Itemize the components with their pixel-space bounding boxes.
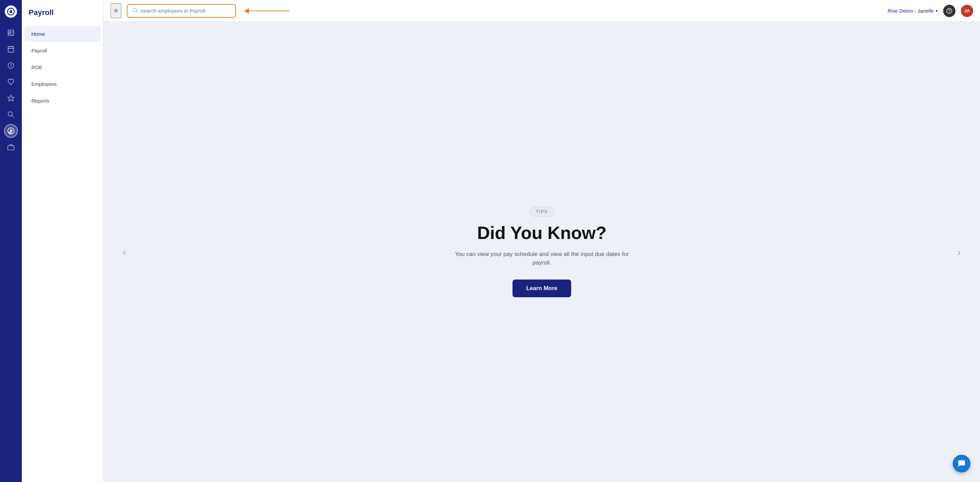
nav-reports[interactable]: Reports [25,93,100,108]
carousel-prev-button[interactable]: ‹ [117,240,132,264]
secondary-sidebar: Payroll Home Payroll ROE Employees Repor… [22,0,103,482]
content-area: ‹ TIPS Did You Know? You can view your p… [103,22,980,482]
svg-point-1 [10,10,12,13]
search-icon [132,8,138,14]
svg-point-3 [9,31,11,33]
learn-more-button[interactable]: Learn More [512,280,571,297]
svg-marker-6 [8,95,14,101]
nav-home[interactable]: Home [25,26,100,41]
workspace-name: Rise Demo - Janelle [888,8,934,14]
nav-employees[interactable]: Employees [25,76,100,92]
clock-nav-icon[interactable] [4,59,18,72]
people-nav-icon[interactable] [4,26,18,40]
topbar-right: Rise Demo - Janelle ▾ JA [888,5,973,17]
tips-content: TIPS Did You Know? You can view your pay… [439,193,644,310]
workspace-selector[interactable]: Rise Demo - Janelle ▾ [888,8,938,14]
star-nav-icon[interactable] [4,91,18,105]
hamburger-button[interactable]: ≡ [110,3,121,18]
user-avatar[interactable]: JA [961,5,973,17]
tips-badge: TIPS [530,207,554,216]
chat-bubble-button[interactable] [953,455,970,472]
tips-description: You can view your pay schedule and view … [453,250,630,267]
carousel-next-button[interactable]: › [952,240,966,264]
svg-point-7 [8,112,13,116]
heart-nav-icon[interactable] [4,75,18,89]
dollar-nav-icon[interactable] [4,124,18,138]
svg-rect-9 [8,146,14,150]
nav-payroll[interactable]: Payroll [25,43,100,58]
svg-rect-4 [8,47,14,52]
topbar: ≡ Rise Demo - Janelle ▾ [103,0,980,22]
help-button[interactable] [943,5,955,17]
arrow-line [249,11,290,11]
briefcase-nav-icon[interactable] [4,140,18,154]
nav-roe[interactable]: ROE [25,60,100,75]
app-title: Payroll [22,0,103,25]
did-you-know-heading: Did You Know? [453,223,630,243]
search-input[interactable] [140,8,231,14]
calendar-nav-icon[interactable] [4,42,18,56]
arrow-head-icon [244,8,249,14]
app-logo[interactable] [5,5,17,18]
main-content: ≡ Rise Demo - Janelle ▾ [103,0,980,482]
svg-point-10 [133,8,137,12]
icon-sidebar [0,0,22,482]
arrow-hint [245,8,290,14]
search-people-nav-icon[interactable] [4,108,18,121]
search-wrapper [127,4,236,18]
chevron-down-icon: ▾ [935,8,938,13]
svg-point-12 [949,12,950,12]
